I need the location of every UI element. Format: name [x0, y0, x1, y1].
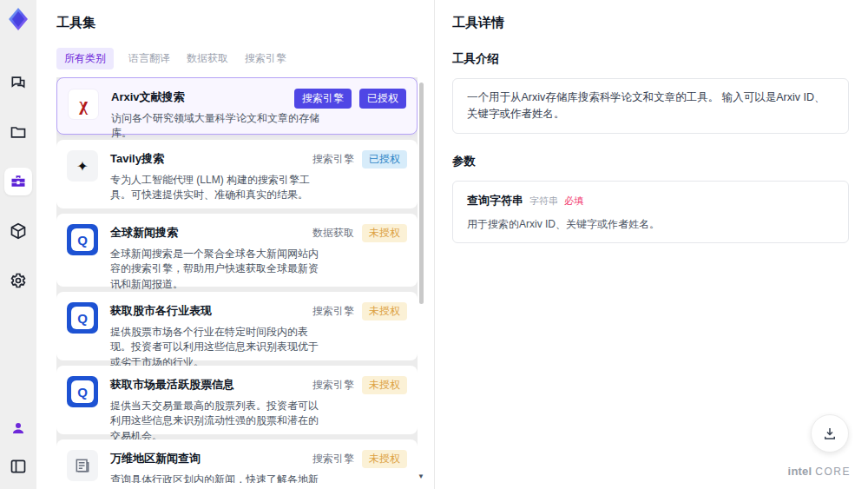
tool-category-label: 搜索引擎 [312, 378, 354, 393]
stock-tool-logo-icon: Q [67, 376, 98, 407]
tool-status-badge: 未授权 [362, 376, 407, 394]
tool-title: 全球新闻搜索 [110, 225, 325, 241]
tab-language-translation[interactable]: 语言翻译 [127, 48, 172, 69]
tool-card-arxiv[interactable]: χ Arxiv文献搜索 访问各个研究领域大量科学论文和文章的存储库。 搜索引擎 … [56, 77, 418, 135]
stock-tool-logo-icon: Q [67, 302, 98, 334]
param-name: 查询字符串 [467, 192, 523, 209]
tool-title: 获取股市各行业表现 [110, 303, 325, 319]
download-icon [822, 426, 838, 441]
tool-description: 专为人工智能代理 (LLM) 构建的搜索引擎工具。可快速提供实时、准确和真实的结… [110, 173, 325, 203]
list-scrollbar-thumb[interactable] [419, 83, 424, 304]
arxiv-logo-icon: χ [68, 89, 99, 120]
tool-title: Arxiv文献搜索 [111, 89, 326, 105]
tool-category-label: 数据获取 [312, 226, 354, 241]
tool-card-regional-news[interactable]: 万维地区新闻查询 查询具体行政区划内的新闻，快速了解各地新闻动 搜索引擎 未授权 [56, 439, 418, 483]
tool-status-badge: 未授权 [362, 224, 407, 242]
param-description: 用于搜索的Arxiv ID、关键字或作者姓名。 [467, 216, 834, 232]
tab-all-categories[interactable]: 所有类别 [56, 48, 114, 69]
user-avatar-icon[interactable] [4, 414, 32, 442]
intro-section-title: 工具介绍 [452, 51, 849, 67]
tool-category-label: 搜索引擎 [312, 452, 354, 466]
app-logo-icon[interactable] [5, 6, 31, 32]
tools-list-panel: 工具集 所有类别 语言翻译 数据获取 搜索引擎 χ Arxiv文献搜索 访问各个… [36, 0, 434, 489]
tab-data-fetching[interactable]: 数据获取 [185, 48, 230, 69]
tool-status-badge: 已授权 [362, 150, 407, 169]
tab-search-engine[interactable]: 搜索引擎 [243, 48, 288, 69]
app-window: 工具集 所有类别 语言翻译 数据获取 搜索引擎 χ Arxiv文献搜索 访问各个… [0, 0, 868, 489]
details-title: 工具详情 [452, 15, 849, 31]
panel-toggle-icon[interactable] [4, 453, 32, 480]
tool-description: 全球新闻搜索是一个聚合全球各大新闻网站内容的搜索引擎，帮助用户快速获取全球最新资… [110, 247, 325, 292]
tavily-star-icon: ✦ [67, 150, 98, 182]
tool-description: 访问各个研究领域大量科学论文和文章的存储库。 [111, 111, 326, 142]
intel-core-logo: intelcore [788, 465, 851, 478]
scroll-down-arrow-icon[interactable]: ▼ [418, 472, 424, 480]
tool-card-tavily[interactable]: ✦ Tavily搜索 专为人工智能代理 (LLM) 构建的搜索引擎工具。可快速提… [56, 140, 418, 208]
download-button[interactable] [811, 414, 849, 453]
news-search-logo-icon: Q [67, 224, 98, 255]
param-required-flag: 必填 [564, 194, 583, 208]
param-type: 字符串 [529, 194, 558, 208]
tool-title: 万维地区新闻查询 [110, 451, 325, 466]
tool-description: 提供当天交易量最高的股票列表。投资者可以利用这些信息来识别流动性强的股票和潜在的… [110, 399, 325, 444]
tool-card-sector-performance[interactable]: Q 获取股市各行业表现 提供股票市场各个行业在特定时间段内的表现。投资者可以利用… [56, 292, 418, 360]
tool-card-active-stocks[interactable]: Q 获取市场最活跃股票信息 提供当天交易量最高的股票列表。投资者可以利用这些信息… [56, 366, 418, 434]
category-tabs: 所有类别 语言翻译 数据获取 搜索引擎 [56, 48, 434, 69]
tool-status-badge: 未授权 [362, 450, 407, 468]
tool-details-panel: 工具详情 工具介绍 一个用于从Arxiv存储库搜索科学论文和文章的工具。 输入可… [434, 0, 868, 489]
page-title: 工具集 [56, 15, 434, 31]
icon-rail [0, 0, 36, 489]
intro-text: 一个用于从Arxiv存储库搜索科学论文和文章的工具。 输入可以是Arxiv ID… [467, 91, 825, 120]
tool-card-global-news[interactable]: Q 全球新闻搜索 全球新闻搜索是一个聚合全球各大新闻网站内容的搜索引擎，帮助用户… [56, 214, 418, 287]
cube-icon[interactable] [4, 217, 32, 245]
tool-category-badge: 搜索引擎 [294, 89, 352, 109]
tool-category-label: 搜索引擎 [312, 152, 354, 167]
tool-title: 获取市场最活跃股票信息 [110, 377, 325, 393]
settings-gear-icon[interactable] [4, 267, 32, 294]
intro-box: 一个用于从Arxiv存储库搜索科学论文和文章的工具。 输入可以是Arxiv ID… [452, 78, 849, 134]
folder-icon[interactable] [4, 118, 32, 146]
tool-category-label: 搜索引擎 [312, 304, 354, 319]
tool-status-badge: 已授权 [359, 89, 406, 109]
tool-status-badge: 未授权 [362, 302, 407, 320]
newspaper-icon [67, 450, 98, 481]
param-box: 查询字符串 字符串 必填 用于搜索的Arxiv ID、关键字或作者姓名。 [452, 181, 849, 244]
toolbox-icon[interactable] [4, 168, 32, 195]
tool-list: χ Arxiv文献搜索 访问各个研究领域大量科学论文和文章的存储库。 搜索引擎 … [56, 77, 418, 483]
params-section-title: 参数 [452, 154, 849, 169]
tool-title: Tavily搜索 [110, 151, 325, 167]
tool-description: 查询具体行政区划内的新闻，快速了解各地新闻动 [110, 472, 325, 483]
chat-icon[interactable] [4, 69, 32, 96]
tool-description: 提供股票市场各个行业在特定时间段内的表现。投资者可以利用这些信息来识别表现优于或… [110, 325, 325, 370]
